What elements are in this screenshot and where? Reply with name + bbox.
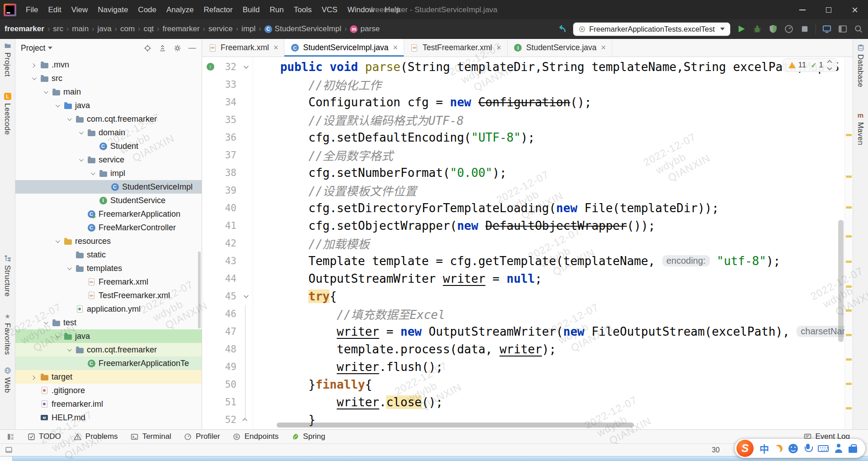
close-icon[interactable]: ×: [496, 43, 501, 52]
warning-stripe-mark[interactable]: [846, 383, 852, 385]
breadcrumb-item-service[interactable]: service: [208, 24, 233, 33]
close-icon[interactable]: ×: [601, 43, 606, 52]
tree-chevron[interactable]: [65, 267, 72, 270]
tree-item-resources[interactable]: resources: [15, 234, 202, 248]
project-tree-scrollbar[interactable]: [198, 252, 201, 328]
code-text[interactable]: //填充数据至Excel: [252, 305, 445, 322]
tree-item-.gitignore[interactable]: .gitignore: [15, 384, 202, 397]
previous-warning-icon[interactable]: [827, 60, 832, 65]
implementing-method-icon[interactable]: ↑: [207, 63, 214, 71]
warning-stripe-mark[interactable]: [846, 235, 852, 238]
tool-window-button-todo[interactable]: TODO: [27, 432, 61, 441]
code-text[interactable]: writer.flush();: [252, 360, 443, 374]
gear-icon[interactable]: [173, 44, 181, 52]
warning-stripe-mark[interactable]: [846, 285, 852, 288]
tree-chevron[interactable]: [53, 335, 61, 338]
code-text[interactable]: OutputStreamWriter writer = null;: [252, 272, 542, 285]
tree-item-freemarker.iml[interactable]: freemarker.iml: [15, 397, 202, 411]
maximize-button[interactable]: [816, 0, 842, 19]
tree-item-Student[interactable]: CStudent: [15, 139, 202, 153]
next-warning-icon[interactable]: [827, 65, 832, 70]
tree-item-com.cqt.freemarker[interactable]: com.cqt.freemarker: [15, 112, 202, 126]
warning-stripe-mark[interactable]: [846, 206, 852, 209]
debug-button[interactable]: [752, 24, 762, 34]
search-icon[interactable]: [854, 24, 863, 34]
tree-item-StudentService[interactable]: IStudentService: [15, 194, 202, 207]
code-text[interactable]: Configuration cfg = new Configuration();: [252, 95, 591, 109]
tree-item-src[interactable]: src: [15, 71, 202, 85]
tree-chevron[interactable]: [30, 63, 37, 67]
tool-button-maven[interactable]: mMaven: [853, 111, 868, 145]
tree-chevron[interactable]: [30, 375, 37, 379]
tree-chevron[interactable]: [77, 158, 84, 162]
code-text[interactable]: writer = new OutputStreamWriter(new File…: [252, 325, 853, 338]
status-panel-icon[interactable]: [5, 446, 13, 454]
code-text[interactable]: //加载模板: [252, 235, 370, 252]
code-text[interactable]: //初始化工作: [252, 76, 382, 93]
breadcrumb-item-java[interactable]: java: [97, 24, 111, 33]
menu-item-analyze[interactable]: Analyze: [161, 0, 198, 19]
tree-item-application.yml[interactable]: application.yml: [15, 302, 202, 316]
layout-icon[interactable]: [838, 24, 848, 34]
breadcrumb-item-method[interactable]: mparse: [350, 24, 380, 33]
tree-item-impl[interactable]: impl: [15, 166, 202, 180]
fold-indicator[interactable]: [239, 65, 252, 69]
tool-button-structure[interactable]: Structure: [0, 254, 15, 297]
tree-item-java[interactable]: java: [15, 329, 202, 343]
tool-window-button-problems[interactable]: Problems: [74, 432, 118, 441]
fold-indicator[interactable]: [239, 295, 252, 298]
tree-item-FreeMarkerController[interactable]: CFreeMarkerController: [15, 221, 202, 234]
tree-item-domain[interactable]: domain: [15, 126, 202, 139]
close-button[interactable]: ×: [842, 0, 868, 19]
breadcrumb-item-freemarker[interactable]: freemarker: [5, 24, 44, 33]
tree-chevron[interactable]: [42, 321, 49, 324]
tree-item-test[interactable]: test: [15, 316, 202, 329]
code-text[interactable]: writer.close();: [252, 395, 443, 409]
tool-button-project[interactable]: Project: [0, 42, 15, 76]
error-stripe[interactable]: [844, 57, 853, 429]
tool-window-switcher-icon[interactable]: [6, 432, 14, 441]
tree-item-com.cqt.freemarker[interactable]: com.cqt.freemarker: [15, 343, 202, 356]
tool-window-button-profiler[interactable]: Profiler: [184, 432, 220, 441]
tab-StudentServiceImpl.java[interactable]: CStudentServiceImpl.java×: [284, 39, 404, 57]
stop-button[interactable]: [800, 24, 810, 34]
code-text[interactable]: Template template = cfg.getTemplate(temp…: [252, 254, 780, 268]
tree-item-TestFreemarker.xml[interactable]: </>TestFreemarker.xml: [15, 289, 202, 302]
tree-chevron[interactable]: [30, 77, 37, 80]
tree-item-templates[interactable]: templates: [15, 261, 202, 275]
tree-item-target[interactable]: target: [15, 370, 202, 384]
breadcrumb-item-cqt[interactable]: cqt: [143, 24, 154, 33]
tree-item-java[interactable]: java: [15, 99, 202, 112]
tab-Freemark.xml[interactable]: </>Freemark.xml×: [202, 39, 284, 57]
menu-item-file[interactable]: File: [21, 0, 43, 19]
tree-item-Freemark.xml[interactable]: </>Freemark.xml: [15, 275, 202, 289]
warning-stripe-mark[interactable]: [846, 134, 852, 136]
tree-chevron[interactable]: [42, 90, 49, 94]
tree-chevron[interactable]: [89, 172, 96, 175]
code-text[interactable]: public void parse(String templateDir,Str…: [252, 60, 839, 74]
menu-item-edit[interactable]: Edit: [43, 0, 66, 19]
breadcrumb-item-freemarker[interactable]: freemarker: [162, 24, 199, 33]
close-icon[interactable]: ×: [274, 43, 278, 52]
fold-indicator[interactable]: [239, 418, 252, 422]
tool-button-favorites[interactable]: ★Favorites: [0, 312, 15, 355]
toolbox-icon[interactable]: [849, 447, 857, 453]
code-text[interactable]: cfg.setDirectoryForTemplateLoading(new F…: [252, 201, 719, 215]
hide-panel-icon[interactable]: —: [188, 44, 196, 52]
ok-count[interactable]: ✓ 1: [811, 61, 823, 70]
sogou-logo-icon[interactable]: S: [736, 440, 754, 457]
tab-StudentService.java[interactable]: IStudentService.java×: [508, 39, 612, 57]
collapse-all-icon[interactable]: [158, 44, 166, 52]
tree-item-FreemarkerApplication[interactable]: CFreemarkerApplication: [15, 207, 202, 221]
menu-item-refactor[interactable]: Refactor: [198, 0, 237, 19]
chinese-mode-icon[interactable]: 中: [760, 442, 769, 455]
account-icon[interactable]: [835, 444, 843, 453]
tree-item-FreemarkerApplicationTe[interactable]: CFreemarkerApplicationTe: [15, 356, 202, 370]
code-text[interactable]: }finally{: [252, 378, 372, 391]
profiler-button[interactable]: [784, 24, 794, 34]
tool-button-web[interactable]: Web: [0, 366, 15, 393]
tree-chevron[interactable]: [65, 118, 72, 121]
run-configuration-select[interactable]: FreemarkerApplicationTests.excelTest: [573, 22, 731, 36]
attach-monitor-icon[interactable]: [822, 24, 832, 34]
code-text[interactable]: //全局数字格式: [252, 147, 393, 163]
